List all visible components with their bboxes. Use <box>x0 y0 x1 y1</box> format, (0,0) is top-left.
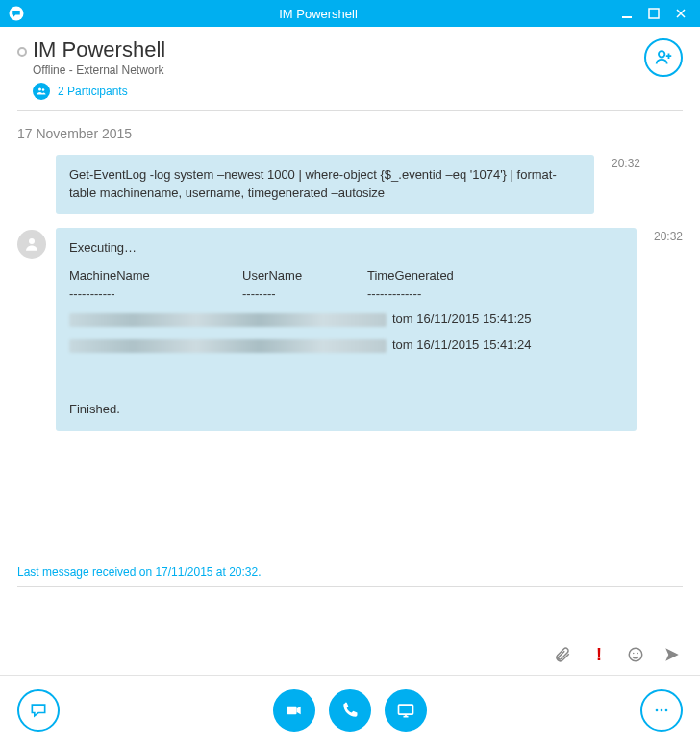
last-message-label: Last message received on 17/11/2015 at 2… <box>0 559 700 586</box>
svg-point-12 <box>656 708 659 711</box>
svg-point-13 <box>661 708 663 711</box>
header-divider <box>17 110 683 111</box>
participants-link[interactable]: 2 Participants <box>58 85 128 98</box>
present-button[interactable] <box>385 689 427 732</box>
im-button[interactable] <box>17 689 60 732</box>
message-input[interactable] <box>17 586 683 638</box>
col-timegenerated: TimeGenerated <box>367 267 492 285</box>
svg-rect-10 <box>288 706 297 713</box>
conversation-subtitle: Offline - External Network <box>33 63 165 77</box>
svg-point-8 <box>633 653 635 655</box>
conversation-title: IM Powershell <box>33 38 165 62</box>
row-tail: tom 16/11/2015 15:41:24 <box>392 336 532 355</box>
message-row: Get-EventLog -log system –newest 1000 | … <box>17 155 683 214</box>
conversation-header: IM Powershell Offline - External Network… <box>0 27 700 110</box>
minimize-button[interactable] <box>615 2 638 25</box>
table-row: tom 16/11/2015 15:41:25 <box>69 310 623 329</box>
finished-label: Finished. <box>69 401 623 419</box>
redacted-content <box>69 339 387 353</box>
avatar-icon <box>17 230 46 259</box>
redacted-content <box>69 313 387 327</box>
video-call-button[interactable] <box>273 689 315 732</box>
attach-button[interactable] <box>552 644 573 665</box>
compose-toolbar: ! <box>0 638 700 675</box>
message-bubble: Executing… MachineName UserName TimeGene… <box>56 228 637 431</box>
svg-point-7 <box>629 648 642 661</box>
svg-point-6 <box>29 238 35 244</box>
date-separator: 17 November 2015 <box>0 120 700 155</box>
svg-rect-2 <box>649 9 659 18</box>
table-header-divider: ----------- -------- ------------- <box>69 285 623 304</box>
chat-area: Get-EventLog -log system –newest 1000 | … <box>0 155 700 431</box>
maximize-button[interactable] <box>642 2 665 25</box>
audio-call-button[interactable] <box>329 689 371 732</box>
participants-icon <box>33 83 50 100</box>
table-row: tom 16/11/2015 15:41:24 <box>69 336 623 355</box>
window-title: IM Powershell <box>25 7 612 21</box>
svg-point-9 <box>638 653 639 655</box>
high-importance-button[interactable]: ! <box>588 644 610 665</box>
presence-offline-icon <box>17 47 27 57</box>
message-time: 20:32 <box>594 155 640 170</box>
executing-label: Executing… <box>69 239 623 258</box>
app-logo-icon <box>8 5 25 22</box>
col-machinename: MachineName <box>69 267 204 285</box>
send-button[interactable] <box>662 644 683 665</box>
message-time: 20:32 <box>637 228 683 243</box>
row-tail: tom 16/11/2015 15:41:25 <box>392 310 532 329</box>
svg-point-5 <box>659 51 664 57</box>
table-header-row: MachineName UserName TimeGenerated <box>69 267 623 285</box>
emoji-button[interactable] <box>625 644 646 665</box>
message-row: Executing… MachineName UserName TimeGene… <box>17 228 683 431</box>
svg-rect-11 <box>399 705 413 714</box>
message-bubble: Get-EventLog -log system –newest 1000 | … <box>56 155 594 214</box>
col-username: UserName <box>242 267 329 285</box>
svg-point-4 <box>42 88 45 91</box>
add-participant-button[interactable] <box>644 38 683 77</box>
close-button[interactable] <box>669 2 692 25</box>
svg-point-3 <box>38 88 41 91</box>
window-titlebar: IM Powershell <box>0 0 700 27</box>
more-actions-button[interactable] <box>640 689 683 732</box>
svg-point-14 <box>665 708 668 711</box>
call-action-bar <box>0 675 700 744</box>
svg-rect-1 <box>622 16 632 18</box>
